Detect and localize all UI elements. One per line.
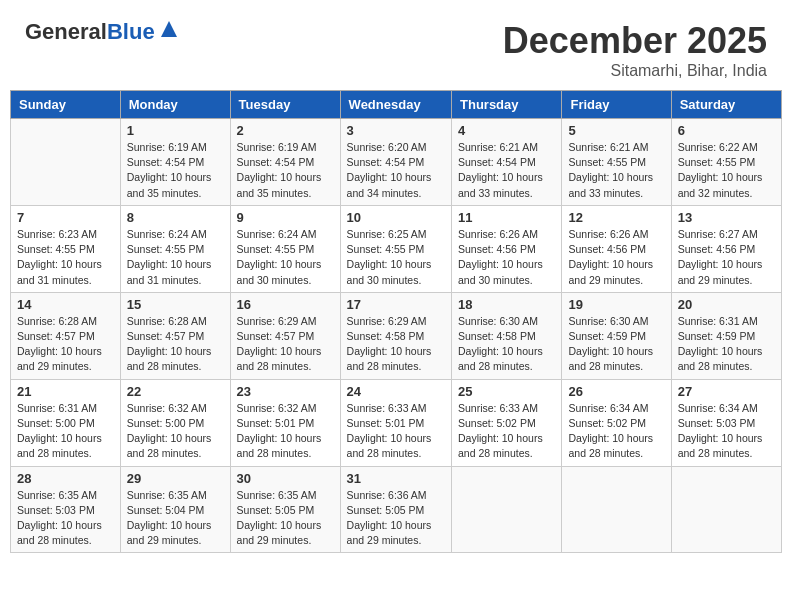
calendar-cell: 23Sunrise: 6:32 AM Sunset: 5:01 PM Dayli… bbox=[230, 379, 340, 466]
cell-info: Sunrise: 6:21 AM Sunset: 4:54 PM Dayligh… bbox=[458, 140, 555, 201]
calendar-cell: 26Sunrise: 6:34 AM Sunset: 5:02 PM Dayli… bbox=[562, 379, 671, 466]
cell-info: Sunrise: 6:24 AM Sunset: 4:55 PM Dayligh… bbox=[237, 227, 334, 288]
logo: GeneralBlue bbox=[25, 20, 179, 44]
day-number: 19 bbox=[568, 297, 664, 312]
cell-info: Sunrise: 6:23 AM Sunset: 4:55 PM Dayligh… bbox=[17, 227, 114, 288]
day-number: 17 bbox=[347, 297, 445, 312]
cell-info: Sunrise: 6:36 AM Sunset: 5:05 PM Dayligh… bbox=[347, 488, 445, 549]
day-number: 18 bbox=[458, 297, 555, 312]
calendar-cell: 2Sunrise: 6:19 AM Sunset: 4:54 PM Daylig… bbox=[230, 119, 340, 206]
day-number: 22 bbox=[127, 384, 224, 399]
day-number: 21 bbox=[17, 384, 114, 399]
calendar-week-row: 21Sunrise: 6:31 AM Sunset: 5:00 PM Dayli… bbox=[11, 379, 782, 466]
calendar-cell: 16Sunrise: 6:29 AM Sunset: 4:57 PM Dayli… bbox=[230, 292, 340, 379]
day-number: 1 bbox=[127, 123, 224, 138]
day-number: 9 bbox=[237, 210, 334, 225]
header-sunday: Sunday bbox=[11, 91, 121, 119]
day-number: 6 bbox=[678, 123, 775, 138]
calendar-cell: 28Sunrise: 6:35 AM Sunset: 5:03 PM Dayli… bbox=[11, 466, 121, 553]
calendar-cell bbox=[11, 119, 121, 206]
logo-text: GeneralBlue bbox=[25, 20, 155, 44]
svg-marker-0 bbox=[161, 21, 177, 37]
header-monday: Monday bbox=[120, 91, 230, 119]
calendar-cell: 4Sunrise: 6:21 AM Sunset: 4:54 PM Daylig… bbox=[452, 119, 562, 206]
calendar-cell: 11Sunrise: 6:26 AM Sunset: 4:56 PM Dayli… bbox=[452, 205, 562, 292]
calendar-cell bbox=[452, 466, 562, 553]
cell-info: Sunrise: 6:34 AM Sunset: 5:02 PM Dayligh… bbox=[568, 401, 664, 462]
calendar-cell: 14Sunrise: 6:28 AM Sunset: 4:57 PM Dayli… bbox=[11, 292, 121, 379]
day-number: 25 bbox=[458, 384, 555, 399]
calendar-cell: 13Sunrise: 6:27 AM Sunset: 4:56 PM Dayli… bbox=[671, 205, 781, 292]
calendar-cell: 5Sunrise: 6:21 AM Sunset: 4:55 PM Daylig… bbox=[562, 119, 671, 206]
calendar-cell: 30Sunrise: 6:35 AM Sunset: 5:05 PM Dayli… bbox=[230, 466, 340, 553]
cell-info: Sunrise: 6:28 AM Sunset: 4:57 PM Dayligh… bbox=[127, 314, 224, 375]
calendar-cell: 7Sunrise: 6:23 AM Sunset: 4:55 PM Daylig… bbox=[11, 205, 121, 292]
day-number: 23 bbox=[237, 384, 334, 399]
cell-info: Sunrise: 6:35 AM Sunset: 5:05 PM Dayligh… bbox=[237, 488, 334, 549]
day-number: 3 bbox=[347, 123, 445, 138]
day-number: 7 bbox=[17, 210, 114, 225]
calendar-cell: 20Sunrise: 6:31 AM Sunset: 4:59 PM Dayli… bbox=[671, 292, 781, 379]
cell-info: Sunrise: 6:24 AM Sunset: 4:55 PM Dayligh… bbox=[127, 227, 224, 288]
day-number: 12 bbox=[568, 210, 664, 225]
day-number: 27 bbox=[678, 384, 775, 399]
calendar-week-row: 1Sunrise: 6:19 AM Sunset: 4:54 PM Daylig… bbox=[11, 119, 782, 206]
day-number: 29 bbox=[127, 471, 224, 486]
calendar-cell: 31Sunrise: 6:36 AM Sunset: 5:05 PM Dayli… bbox=[340, 466, 451, 553]
day-number: 30 bbox=[237, 471, 334, 486]
calendar-header-row: SundayMondayTuesdayWednesdayThursdayFrid… bbox=[11, 91, 782, 119]
calendar-cell: 10Sunrise: 6:25 AM Sunset: 4:55 PM Dayli… bbox=[340, 205, 451, 292]
calendar-cell: 12Sunrise: 6:26 AM Sunset: 4:56 PM Dayli… bbox=[562, 205, 671, 292]
calendar-cell bbox=[562, 466, 671, 553]
cell-info: Sunrise: 6:19 AM Sunset: 4:54 PM Dayligh… bbox=[127, 140, 224, 201]
cell-info: Sunrise: 6:35 AM Sunset: 5:04 PM Dayligh… bbox=[127, 488, 224, 549]
title-section: December 2025 Sitamarhi, Bihar, India bbox=[503, 20, 767, 80]
cell-info: Sunrise: 6:31 AM Sunset: 5:00 PM Dayligh… bbox=[17, 401, 114, 462]
cell-info: Sunrise: 6:22 AM Sunset: 4:55 PM Dayligh… bbox=[678, 140, 775, 201]
cell-info: Sunrise: 6:33 AM Sunset: 5:01 PM Dayligh… bbox=[347, 401, 445, 462]
cell-info: Sunrise: 6:28 AM Sunset: 4:57 PM Dayligh… bbox=[17, 314, 114, 375]
calendar-cell: 6Sunrise: 6:22 AM Sunset: 4:55 PM Daylig… bbox=[671, 119, 781, 206]
cell-info: Sunrise: 6:29 AM Sunset: 4:58 PM Dayligh… bbox=[347, 314, 445, 375]
day-number: 2 bbox=[237, 123, 334, 138]
calendar-cell: 8Sunrise: 6:24 AM Sunset: 4:55 PM Daylig… bbox=[120, 205, 230, 292]
cell-info: Sunrise: 6:31 AM Sunset: 4:59 PM Dayligh… bbox=[678, 314, 775, 375]
day-number: 26 bbox=[568, 384, 664, 399]
cell-info: Sunrise: 6:30 AM Sunset: 4:59 PM Dayligh… bbox=[568, 314, 664, 375]
calendar-cell: 19Sunrise: 6:30 AM Sunset: 4:59 PM Dayli… bbox=[562, 292, 671, 379]
cell-info: Sunrise: 6:25 AM Sunset: 4:55 PM Dayligh… bbox=[347, 227, 445, 288]
header-thursday: Thursday bbox=[452, 91, 562, 119]
header-wednesday: Wednesday bbox=[340, 91, 451, 119]
cell-info: Sunrise: 6:26 AM Sunset: 4:56 PM Dayligh… bbox=[568, 227, 664, 288]
day-number: 4 bbox=[458, 123, 555, 138]
logo-blue: Blue bbox=[107, 19, 155, 44]
cell-info: Sunrise: 6:32 AM Sunset: 5:00 PM Dayligh… bbox=[127, 401, 224, 462]
header-friday: Friday bbox=[562, 91, 671, 119]
day-number: 8 bbox=[127, 210, 224, 225]
calendar-cell: 27Sunrise: 6:34 AM Sunset: 5:03 PM Dayli… bbox=[671, 379, 781, 466]
calendar-table: SundayMondayTuesdayWednesdayThursdayFrid… bbox=[10, 90, 782, 553]
cell-info: Sunrise: 6:26 AM Sunset: 4:56 PM Dayligh… bbox=[458, 227, 555, 288]
day-number: 28 bbox=[17, 471, 114, 486]
calendar-cell: 17Sunrise: 6:29 AM Sunset: 4:58 PM Dayli… bbox=[340, 292, 451, 379]
calendar-cell: 3Sunrise: 6:20 AM Sunset: 4:54 PM Daylig… bbox=[340, 119, 451, 206]
day-number: 11 bbox=[458, 210, 555, 225]
day-number: 24 bbox=[347, 384, 445, 399]
day-number: 10 bbox=[347, 210, 445, 225]
logo-arrow-icon bbox=[157, 19, 179, 41]
day-number: 15 bbox=[127, 297, 224, 312]
cell-info: Sunrise: 6:27 AM Sunset: 4:56 PM Dayligh… bbox=[678, 227, 775, 288]
cell-info: Sunrise: 6:20 AM Sunset: 4:54 PM Dayligh… bbox=[347, 140, 445, 201]
page-header: GeneralBlue December 2025 Sitamarhi, Bih… bbox=[10, 10, 782, 85]
cell-info: Sunrise: 6:33 AM Sunset: 5:02 PM Dayligh… bbox=[458, 401, 555, 462]
calendar-cell: 24Sunrise: 6:33 AM Sunset: 5:01 PM Dayli… bbox=[340, 379, 451, 466]
day-number: 14 bbox=[17, 297, 114, 312]
cell-info: Sunrise: 6:34 AM Sunset: 5:03 PM Dayligh… bbox=[678, 401, 775, 462]
day-number: 16 bbox=[237, 297, 334, 312]
calendar-cell: 29Sunrise: 6:35 AM Sunset: 5:04 PM Dayli… bbox=[120, 466, 230, 553]
day-number: 20 bbox=[678, 297, 775, 312]
cell-info: Sunrise: 6:19 AM Sunset: 4:54 PM Dayligh… bbox=[237, 140, 334, 201]
header-tuesday: Tuesday bbox=[230, 91, 340, 119]
calendar-cell: 1Sunrise: 6:19 AM Sunset: 4:54 PM Daylig… bbox=[120, 119, 230, 206]
day-number: 31 bbox=[347, 471, 445, 486]
